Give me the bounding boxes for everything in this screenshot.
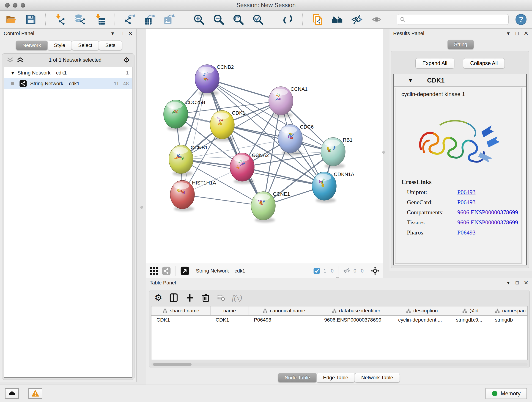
network-node-CCNE1[interactable]: CCNE1 (251, 191, 290, 223)
hidden-eye-slash-icon[interactable] (343, 267, 350, 274)
tab-edge-table[interactable]: Edge Table (317, 373, 355, 383)
tab-style[interactable]: Style (47, 41, 72, 50)
collection-expander-icon[interactable]: ▼ (11, 70, 14, 75)
table-close-icon[interactable]: ✕ (524, 280, 528, 286)
column-header[interactable]: namespace (490, 306, 528, 315)
table-horizontal-scrollbar[interactable] (151, 363, 528, 366)
eye-slash-button[interactable] (351, 13, 363, 26)
table-cell[interactable]: P06493 (249, 316, 319, 325)
open-session-button[interactable] (5, 13, 17, 26)
search-box[interactable] (397, 14, 509, 25)
column-header[interactable]: @id (451, 306, 490, 315)
table-header-row: shared namenamecanonical namedatabase id… (152, 306, 527, 316)
zoom-selected-button[interactable] (252, 13, 264, 26)
crosslink-label: Compartments: (407, 209, 457, 216)
table-cell[interactable]: CDK1 (210, 316, 249, 325)
tab-network-table[interactable]: Network Table (355, 373, 400, 383)
column-header[interactable]: name (210, 306, 249, 315)
cloud-button[interactable] (5, 388, 19, 399)
export-table-button[interactable] (143, 13, 155, 26)
network-options-gear-icon[interactable]: ⚙ (123, 57, 130, 64)
refresh-button[interactable] (282, 13, 294, 26)
save-session-button[interactable] (25, 13, 37, 26)
table-options-gear-icon[interactable]: ⚙ (154, 293, 162, 302)
network-collection-row[interactable]: ▼ String Network – cdk1 1 (4, 67, 132, 78)
expand-all-button[interactable]: Expand All (415, 58, 455, 69)
table-cell[interactable]: stringdb (490, 316, 528, 325)
crosslink-link[interactable]: P06493 (457, 229, 475, 236)
results-menu-icon[interactable]: ▼ (506, 31, 511, 36)
tab-string[interactable]: String (447, 40, 474, 49)
tab-select[interactable]: Select (72, 41, 99, 50)
network-edge[interactable] (242, 167, 324, 186)
network-edge[interactable] (222, 125, 333, 152)
show-columns-icon[interactable] (169, 293, 178, 302)
results-float-icon[interactable]: □ (516, 31, 519, 36)
search-input[interactable] (408, 16, 506, 23)
string-app-button[interactable] (312, 13, 323, 26)
network-canvas[interactable]: CCNB2 CCNA1 CDC25B CDK1 CDC6 RB1 CCNB1 (146, 29, 383, 263)
zoom-fit-button[interactable] (232, 13, 244, 26)
network-node-HIST1H1A[interactable]: HIST1H1A (170, 180, 216, 211)
network-node-RB1[interactable]: RB1 (321, 137, 353, 168)
tab-node-table[interactable]: Node Table (278, 373, 317, 383)
column-header[interactable]: canonical name (249, 306, 319, 315)
table-cell[interactable]: cyclin-dependent ... (393, 316, 451, 325)
zoom-in-button[interactable] (193, 13, 205, 26)
export-image-button[interactable] (163, 13, 175, 26)
panel-menu-icon[interactable]: ▼ (110, 31, 115, 36)
table-float-icon[interactable]: □ (516, 280, 519, 285)
table-panel-title: Table Panel (150, 280, 176, 286)
crosslink-link[interactable]: P06493 (457, 199, 475, 206)
entry-scrollbar[interactable] (523, 87, 526, 265)
entry-header[interactable]: ▼ CDK1 (394, 74, 526, 87)
right-splitter-handle[interactable] (382, 151, 385, 154)
network-row[interactable]: String Network – cdk1 11 48 (4, 78, 132, 89)
selected-checkbox-icon[interactable] (313, 267, 320, 274)
table-cell[interactable]: CDK1 (152, 316, 210, 325)
left-splitter-handle[interactable] (140, 206, 143, 209)
expand-all-networks-icon[interactable] (17, 57, 24, 63)
entry-expander-icon[interactable]: ▼ (409, 78, 412, 83)
collapse-all-button[interactable]: Collapse All (463, 58, 505, 69)
zoom-out-button[interactable] (213, 13, 225, 26)
delete-column-icon[interactable] (201, 293, 210, 302)
crosslink-link[interactable]: 9606.ENSP00000378699 (457, 209, 518, 216)
tab-network[interactable]: Network (16, 41, 48, 50)
network-share-icon[interactable] (162, 266, 171, 275)
grid-view-icon[interactable] (149, 266, 158, 275)
houses-button[interactable] (331, 13, 343, 26)
eye-button[interactable] (371, 13, 383, 26)
network-edge[interactable] (207, 79, 263, 206)
birds-eye-crosshair-icon[interactable] (370, 266, 380, 275)
warnings-button[interactable] (28, 388, 42, 399)
panel-float-icon[interactable]: □ (120, 31, 123, 36)
table-row[interactable]: CDK1CDK1P064939606.ENSP00000378699cyclin… (152, 316, 527, 325)
network-node-CDC6[interactable]: CDC6 (278, 124, 314, 155)
table-cell[interactable]: stringdb:9... (451, 316, 490, 325)
scrollbar-thumb[interactable] (153, 363, 191, 366)
network-node-CDC25B[interactable]: CDC25B (164, 99, 205, 131)
network-node-CDKN1A[interactable]: CDKN1A (312, 172, 355, 203)
tab-sets[interactable]: Sets (99, 41, 122, 50)
panel-close-icon[interactable]: ✕ (128, 31, 133, 36)
column-header[interactable]: shared name (152, 306, 210, 315)
column-header[interactable]: description (393, 306, 451, 315)
network-nodes: CCNB2 CCNA1 CDC25B CDK1 CDC6 RB1 CCNB1 (164, 64, 355, 223)
results-close-icon[interactable]: ✕ (524, 31, 528, 36)
column-header[interactable]: database identifier (319, 306, 393, 315)
network-node-CCNA1[interactable]: CCNA1 (269, 86, 308, 118)
detach-view-icon[interactable] (180, 266, 190, 275)
table-cell[interactable]: 9606.ENSP00000378699 (319, 316, 393, 325)
export-network-button[interactable] (124, 13, 136, 26)
table-menu-icon[interactable]: ▼ (506, 281, 511, 285)
import-database-button[interactable] (74, 13, 86, 26)
help-button[interactable] (515, 13, 527, 26)
crosslink-link[interactable]: P06493 (457, 189, 475, 196)
add-column-icon[interactable] (185, 293, 194, 302)
collapse-all-networks-icon[interactable] (7, 57, 13, 63)
memory-button[interactable]: Memory (486, 388, 527, 399)
import-table-button[interactable] (94, 13, 106, 26)
crosslink-link[interactable]: 9606.ENSP00000378699 (457, 219, 518, 226)
import-network-button[interactable] (55, 13, 66, 26)
